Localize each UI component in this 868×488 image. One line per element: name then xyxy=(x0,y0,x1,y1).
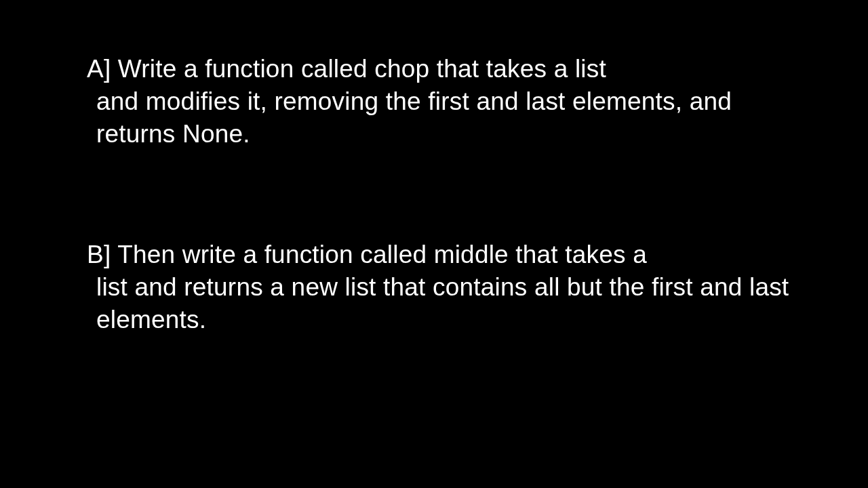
paragraph-b-continuation: list and returns a new list that contain… xyxy=(87,271,792,336)
paragraph-a-first-line: A] Write a function called chop that tak… xyxy=(87,53,792,85)
slide-content: A] Write a function called chop that tak… xyxy=(87,53,792,337)
paragraph-b-first-line: B] Then write a function called middle t… xyxy=(87,239,792,271)
paragraph-b: B] Then write a function called middle t… xyxy=(87,239,792,336)
paragraph-a: A] Write a function called chop that tak… xyxy=(87,53,792,150)
paragraph-a-continuation: and modifies it, removing the first and … xyxy=(87,85,792,150)
